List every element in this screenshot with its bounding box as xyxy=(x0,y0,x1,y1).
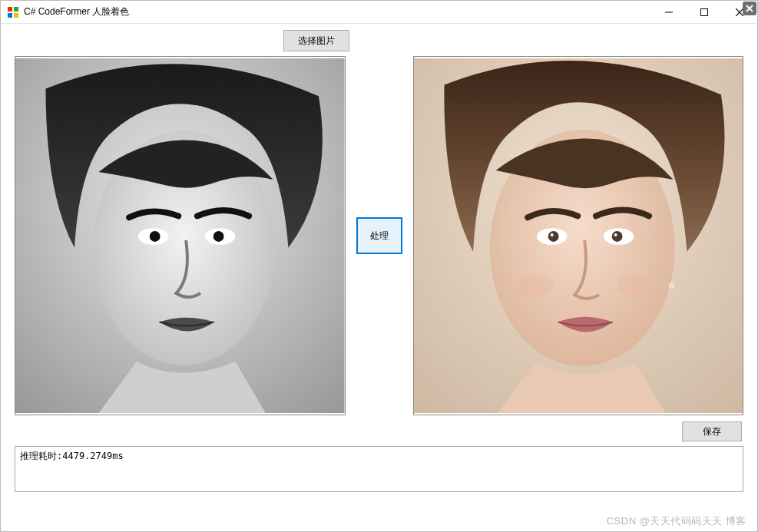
app-icon xyxy=(7,6,19,18)
minimize-button[interactable] xyxy=(651,1,687,23)
window-controls xyxy=(651,1,757,23)
maximize-button[interactable] xyxy=(687,1,722,23)
window-title: C# CodeFormer 人脸着色 xyxy=(24,5,129,18)
output-image-box xyxy=(413,56,744,415)
svg-point-13 xyxy=(150,231,161,242)
status-textbox[interactable]: 推理耗时:4479.2749ms xyxy=(15,446,743,492)
middle-column: 处理 xyxy=(356,217,402,254)
overlay-badge-icon xyxy=(743,2,756,15)
top-button-row: 选择图片 xyxy=(15,30,743,51)
app-window: C# CodeFormer 人脸着色 选择图片 xyxy=(0,0,758,532)
svg-point-23 xyxy=(614,233,617,236)
svg-point-20 xyxy=(550,233,553,236)
svg-point-25 xyxy=(617,275,653,296)
status-text: 推理耗时:4479.2749ms xyxy=(20,451,124,461)
save-row: 保存 xyxy=(15,421,743,441)
svg-point-19 xyxy=(548,231,558,242)
svg-point-26 xyxy=(668,283,674,289)
svg-point-24 xyxy=(517,275,553,296)
svg-rect-3 xyxy=(14,13,18,18)
input-portrait-image xyxy=(15,57,345,415)
svg-rect-2 xyxy=(8,13,12,18)
save-button[interactable]: 保存 xyxy=(682,421,742,441)
watermark-text: CSDN @天天代码码天天 博客 xyxy=(607,514,746,528)
svg-point-22 xyxy=(611,231,622,242)
output-portrait-image xyxy=(414,57,743,415)
process-button[interactable]: 处理 xyxy=(356,217,402,254)
svg-point-15 xyxy=(213,231,224,242)
svg-rect-0 xyxy=(8,7,12,12)
images-row: 处理 xyxy=(15,56,743,415)
titlebar: C# CodeFormer 人脸着色 xyxy=(1,1,757,24)
client-area: 选择图片 xyxy=(1,24,757,531)
svg-rect-1 xyxy=(14,7,18,12)
select-image-button[interactable]: 选择图片 xyxy=(283,30,349,51)
input-image-box xyxy=(15,56,346,415)
svg-rect-5 xyxy=(701,8,708,15)
